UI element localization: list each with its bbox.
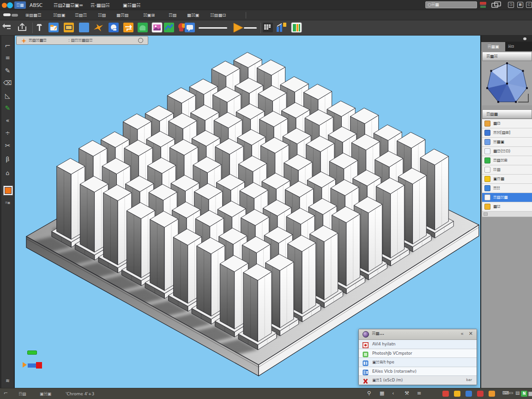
play-button[interactable] xyxy=(233,22,259,35)
viewport-3d[interactable]: ☴▤☵▦☲ : ▤☶☵▦▤☲ ☴▦... « ✕ AVi4 hyilatnPho… xyxy=(15,36,480,388)
layers-red-icon[interactable] xyxy=(442,391,449,397)
menubar-item[interactable]: ☷▨ xyxy=(98,10,106,20)
offset-tool-icon[interactable]: « xyxy=(1,117,14,124)
panel-tab-other[interactable]: ☵⊡ xyxy=(508,42,514,51)
panel-list-item[interactable]: ▦⊡ xyxy=(482,119,532,128)
panel-list-item[interactable]: ▦☳ xyxy=(482,202,532,212)
titlebar-menu-item[interactable]: ☴·▦▤☵ xyxy=(91,0,110,10)
panel-tab-active[interactable]: ☴▦▣ xyxy=(481,42,505,51)
line-tool-icon[interactable]: ≡ xyxy=(1,54,14,61)
rail-bottom-icon[interactable]: ≋ xyxy=(1,378,14,384)
menubar-item[interactable]: ▦☵▣ xyxy=(187,10,199,20)
annotate-icon[interactable] xyxy=(184,22,195,35)
panel-list-item[interactable]: ▣☶▦ xyxy=(482,175,532,184)
menubar-item[interactable]: ⊞▤▦☲ xyxy=(25,10,41,20)
dialog-item-label: ▣☵⊞/t·hpe xyxy=(372,360,394,364)
titlebar-menu-item[interactable]: ABSC xyxy=(30,0,42,10)
terrain-icon[interactable] xyxy=(163,22,175,35)
dialog-list-item[interactable]: ▣☴1 (eScD /m)bar xyxy=(359,376,477,385)
green-solid-icon[interactable] xyxy=(137,22,148,35)
timeline-slider[interactable] xyxy=(199,22,231,35)
window-grid-icon[interactable]: ▦ xyxy=(380,390,384,396)
viewport-icon[interactable] xyxy=(63,22,74,35)
scissors-tool-icon[interactable]: ✂ xyxy=(1,142,14,149)
dialog-list-item[interactable]: PhotoshJb VCmpstor xyxy=(359,349,477,358)
menubar-item[interactable]: ☲▤☶ xyxy=(75,10,87,20)
lines-icon[interactable]: ≡ xyxy=(417,390,421,396)
dialog-list-item[interactable]: ▣☵⊞/t·hpe xyxy=(359,358,477,367)
divide-tool-icon[interactable]: ÷ xyxy=(1,129,14,136)
panel-list-item[interactable]: ☴☵[▤⊞] xyxy=(482,128,532,138)
measure-icon[interactable]: ⌐ xyxy=(4,390,8,396)
angle-icon[interactable]: ‹ xyxy=(392,390,394,396)
folder-yellow-icon[interactable] xyxy=(454,391,460,397)
toolbar-separator xyxy=(260,23,261,33)
eraser-tool-icon[interactable]: ⌫ xyxy=(1,79,14,86)
grid-table-icon[interactable] xyxy=(262,22,273,35)
panel-list-item[interactable]: ☵▦▣ xyxy=(482,138,532,147)
green-pen-icon[interactable]: ✎ xyxy=(1,104,14,112)
columns-icon[interactable] xyxy=(291,22,302,35)
keyboard-icon[interactable]: ⌨ xyxy=(502,390,509,395)
export-model-icon[interactable] xyxy=(17,22,28,34)
brush-jet-icon[interactable] xyxy=(93,22,104,35)
undo-arrow-icon[interactable] xyxy=(1,22,12,33)
titlebar-menu-item[interactable]: ☶▤2▦☲▣= xyxy=(54,0,83,10)
component-disc-icon[interactable] xyxy=(108,22,119,35)
document-tab-title: ☴▤☵▦☲ xyxy=(29,36,47,44)
arc-tool-icon[interactable]: ⌐ xyxy=(1,42,14,50)
panel-list-item[interactable]: ☴☷ xyxy=(482,184,532,193)
menubar-toggle2-icon[interactable] xyxy=(12,14,18,17)
beta-tool-icon[interactable]: β xyxy=(1,156,14,163)
close-icon[interactable]: ◱ xyxy=(526,2,532,8)
circle-close-icon[interactable] xyxy=(138,38,143,43)
document-tab[interactable]: ☴▤☵▦☲ : ▤☶☵▦▤☲ xyxy=(16,36,148,45)
pen-tool-icon[interactable]: ✎ xyxy=(1,67,14,74)
dialog-titlebar[interactable]: ☴▦... « ✕ xyxy=(359,329,477,340)
dialog-collapse-icon[interactable]: « xyxy=(460,331,464,337)
pie-red-blue-icon[interactable] xyxy=(477,391,484,397)
panel-scroll-knob[interactable] xyxy=(484,212,488,216)
menubar-item[interactable]: ▦☴▤ xyxy=(116,10,128,20)
pin-icon[interactable]: ⚲ xyxy=(367,390,371,396)
menubar-item[interactable]: ☷▤▦⊡ xyxy=(210,10,226,20)
polygon-tool-icon[interactable]: ◺ xyxy=(1,92,14,99)
menubar-item[interactable]: ☵▤▣ xyxy=(53,10,65,20)
panel-list-item[interactable]: ☷▥ xyxy=(482,165,532,175)
monitor-icon[interactable]: ▭ xyxy=(509,390,513,395)
restore-icon[interactable]: ◲ xyxy=(508,2,514,8)
right-panel: ☴▦▣ ☵⊡ ☴▦☵ ☶▤▦ ▦⊡☴☵[▤⊞]☵▦▣▦☲(☷⊡)☶▤☵⊞☷▥▣☶… xyxy=(480,36,532,388)
menubar-item[interactable]: ☵▣⊞ xyxy=(143,10,155,20)
search-input[interactable]: ○ ☵▦ xyxy=(425,1,477,8)
app-blue-icon[interactable] xyxy=(466,391,472,397)
active-menu-chip[interactable]: ☲▦ xyxy=(14,1,26,9)
panel-header-preview[interactable]: ☴▦☵ xyxy=(482,52,532,61)
record-icon[interactable] xyxy=(479,1,487,8)
image-icon[interactable] xyxy=(151,22,163,35)
tray-badge[interactable]: N xyxy=(521,391,527,397)
folder-orange-icon[interactable] xyxy=(489,391,495,397)
printer-icon[interactable]: ▤ xyxy=(515,390,520,395)
dialog-list-item[interactable]: EAles Vlcb (rotarswhv) xyxy=(359,367,477,376)
panel-list-item[interactable]: ☶▤☵⊞ xyxy=(482,156,532,165)
color-swatch[interactable] xyxy=(3,186,13,195)
menubar-toggle-icon[interactable] xyxy=(3,13,11,16)
hammer-tool-icon[interactable] xyxy=(35,22,45,34)
panels-icon[interactable]: ▦ xyxy=(517,2,523,8)
capture-icon[interactable] xyxy=(491,1,502,8)
crane-icon[interactable]: ⚒ xyxy=(405,390,409,396)
home-tool-icon[interactable]: ⌂ xyxy=(1,169,14,176)
material-blue-icon[interactable] xyxy=(79,22,90,35)
panel-header-list[interactable]: ☶▤▦ xyxy=(482,109,532,119)
swap-arrows-icon[interactable] xyxy=(123,22,134,35)
chart-icon[interactable] xyxy=(276,22,287,34)
shape-preview[interactable] xyxy=(482,61,532,105)
titlebar-menu-item[interactable]: ▣☷▦☵ xyxy=(123,0,141,10)
menubar-item[interactable]: ☶▤ xyxy=(169,10,177,20)
project-window-icon[interactable] xyxy=(48,22,59,35)
dialog-close-icon[interactable]: ✕ xyxy=(469,331,473,337)
panel-list-item[interactable]: ▦☲(☷⊡) xyxy=(482,147,532,156)
dialog-list-item[interactable]: AVi4 hyilatn xyxy=(359,340,477,349)
panel-scroll-row[interactable] xyxy=(482,212,532,217)
panel-list-item-selected[interactable]: ☴▤☵▦ xyxy=(482,193,532,202)
